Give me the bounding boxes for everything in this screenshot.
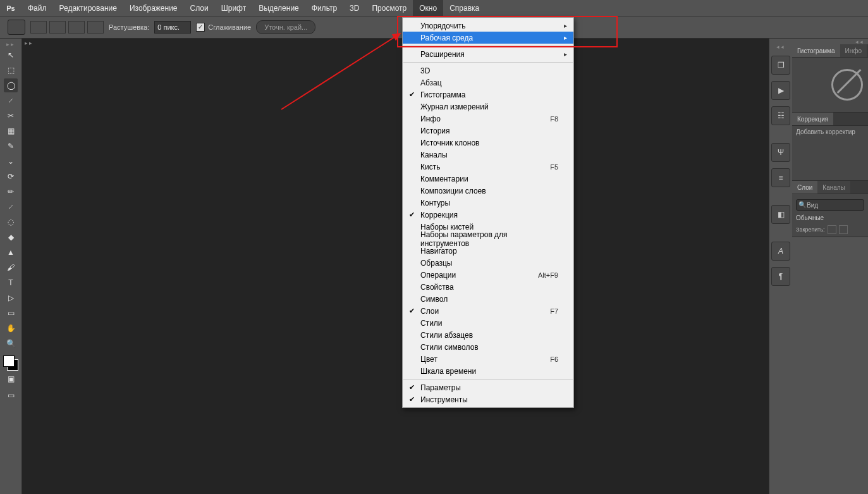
- menu-item[interactable]: Символ: [403, 293, 573, 305]
- tool-button-9[interactable]: ✏: [4, 185, 18, 199]
- layers-filter-input[interactable]: [796, 199, 864, 211]
- tool-button-13[interactable]: ▲: [4, 245, 18, 259]
- dock-play-icon[interactable]: ▶: [771, 81, 790, 100]
- menu-item[interactable]: Образцы: [403, 257, 573, 269]
- menu-item[interactable]: ЦветF6: [403, 353, 573, 365]
- menu-item[interactable]: Каналы: [403, 149, 573, 161]
- tool-button-5[interactable]: ▦: [4, 124, 18, 138]
- menu-arrange[interactable]: Упорядочить: [403, 20, 573, 32]
- tool-button-8[interactable]: ⟳: [4, 170, 18, 183]
- tool-button-3[interactable]: ⟋: [4, 94, 18, 108]
- menu-item[interactable]: ✔Параметры: [403, 381, 573, 393]
- selection-subtract-button[interactable]: [68, 21, 85, 34]
- menu-Слои[interactable]: Слои: [184, 0, 215, 16]
- menu-item[interactable]: Абзац: [403, 77, 573, 89]
- dock-sliders-icon[interactable]: ≡: [771, 168, 790, 187]
- tool-button-0[interactable]: ↖: [4, 48, 18, 62]
- menu-Файл[interactable]: Файл: [21, 0, 53, 16]
- menu-item[interactable]: ИнфоF8: [403, 113, 573, 125]
- lock-pixels-icon[interactable]: [828, 225, 836, 234]
- tool-button-16[interactable]: ▷: [4, 291, 18, 305]
- menu-Редактирование[interactable]: Редактирование: [53, 0, 123, 16]
- antialias-checkbox[interactable]: ✓: [196, 23, 205, 32]
- lock-position-icon[interactable]: [839, 225, 848, 234]
- tool-button-11[interactable]: ◌: [4, 215, 18, 229]
- menu-item[interactable]: ✔СлоиF7: [403, 305, 573, 317]
- search-icon: 🔍: [798, 201, 806, 208]
- panels-grip-icon[interactable]: ◂◂: [792, 39, 868, 44]
- menu-Выделение[interactable]: Выделение: [252, 0, 305, 16]
- menu-item[interactable]: История: [403, 125, 573, 137]
- tool-button-15[interactable]: T: [4, 276, 18, 290]
- dock-char-icon[interactable]: A: [771, 242, 790, 261]
- tool-button-18[interactable]: ✋: [4, 321, 18, 335]
- feather-label: Растушевка:: [109, 23, 149, 31]
- adjustments-tab[interactable]: Коррекция: [792, 113, 833, 125]
- menu-item[interactable]: 3D: [403, 65, 573, 77]
- tool-preset-icon[interactable]: [8, 20, 25, 35]
- menu-item[interactable]: КистьF5: [403, 161, 573, 173]
- menu-item[interactable]: Свойства: [403, 281, 573, 293]
- menu-Справка[interactable]: Справка: [443, 0, 486, 16]
- menu-item[interactable]: ✔Инструменты: [403, 393, 573, 405]
- feather-input[interactable]: [154, 21, 191, 34]
- selection-add-button[interactable]: [49, 21, 66, 34]
- tool-button-12[interactable]: ◆: [4, 230, 18, 244]
- menu-separator: [403, 62, 573, 63]
- foreground-color-swatch[interactable]: [3, 355, 15, 367]
- menu-item[interactable]: Наборы параметров для инструментов: [403, 233, 573, 245]
- menu-item[interactable]: Контуры: [403, 197, 573, 209]
- menu-Окно[interactable]: Окно: [413, 0, 443, 16]
- menu-3D[interactable]: 3D: [343, 0, 365, 16]
- menu-item[interactable]: Журнал измерений: [403, 101, 573, 113]
- menu-Фильтр[interactable]: Фильтр: [305, 0, 343, 16]
- refine-edge-button[interactable]: Уточн. край...: [256, 20, 315, 34]
- dock-para-icon[interactable]: ¶: [771, 267, 790, 286]
- right-dock-strip: ◂◂ ❐ ▶ ☷ Ψ ≡ ◧ A ¶: [769, 39, 792, 494]
- menu-workspace[interactable]: Рабочая среда: [403, 32, 573, 44]
- screenmode-button[interactable]: ▭: [4, 388, 18, 402]
- layers-tab[interactable]: Слои: [792, 181, 817, 194]
- dock-usb-icon[interactable]: Ψ: [771, 143, 790, 162]
- menu-item[interactable]: Навигатор: [403, 245, 573, 257]
- dock-histogram-icon[interactable]: ❐: [771, 56, 790, 75]
- menu-item[interactable]: ОперацииAlt+F9: [403, 269, 573, 281]
- layers-body: 🔍 Обычные Закрепить:: [792, 194, 868, 237]
- menu-item[interactable]: Шкала времени: [403, 365, 573, 377]
- menu-extensions[interactable]: Расширения: [403, 48, 573, 60]
- dock-layers-icon[interactable]: ◧: [771, 205, 790, 224]
- selection-intersect-button[interactable]: [87, 21, 104, 34]
- toolbar-grip-icon[interactable]: ▸▸: [5, 41, 16, 46]
- tool-button-1[interactable]: ⬚: [4, 63, 18, 77]
- document-canvas[interactable]: ▸▸ Упорядочить Рабочая среда Расширения …: [22, 39, 769, 494]
- selection-new-button[interactable]: [30, 21, 47, 34]
- tool-button-4[interactable]: ✂: [4, 109, 18, 123]
- menu-item[interactable]: Стили абзацев: [403, 329, 573, 341]
- tool-button-17[interactable]: ▭: [4, 306, 18, 320]
- menu-item[interactable]: Комментарии: [403, 173, 573, 185]
- menu-item[interactable]: ✔Гистограмма: [403, 89, 573, 101]
- tool-button-6[interactable]: ✎: [4, 139, 18, 153]
- menu-item[interactable]: Стили: [403, 317, 573, 329]
- tool-button-19[interactable]: 🔍: [4, 337, 18, 350]
- dock-levels-icon[interactable]: ☷: [771, 106, 790, 125]
- tool-button-2[interactable]: ◯: [4, 78, 18, 92]
- channels-tab[interactable]: Каналы: [817, 181, 850, 194]
- histogram-tab[interactable]: Гистограмма: [792, 44, 840, 57]
- info-tab[interactable]: Инфо: [840, 44, 867, 57]
- menu-Изображение[interactable]: Изображение: [123, 0, 184, 16]
- dock-grip-icon[interactable]: ◂◂: [776, 44, 785, 48]
- blend-mode-select[interactable]: Обычные: [796, 214, 864, 221]
- tool-button-10[interactable]: ⟋: [4, 200, 18, 214]
- menu-item[interactable]: Композиции слоев: [403, 185, 573, 197]
- menu-item[interactable]: ✔Коррекция: [403, 209, 573, 221]
- menu-Шрифт[interactable]: Шрифт: [215, 0, 252, 16]
- color-swatches[interactable]: [3, 355, 18, 371]
- menu-item[interactable]: Источник клонов: [403, 137, 573, 149]
- menu-Просмотр[interactable]: Просмотр: [365, 0, 413, 16]
- tool-button-7[interactable]: ⌄: [4, 154, 18, 168]
- quickmask-button[interactable]: ▣: [4, 372, 18, 386]
- tool-button-14[interactable]: 🖌: [4, 261, 18, 275]
- menu-item[interactable]: Стили символов: [403, 341, 573, 353]
- adjustments-hint: Добавить корректир: [796, 128, 855, 135]
